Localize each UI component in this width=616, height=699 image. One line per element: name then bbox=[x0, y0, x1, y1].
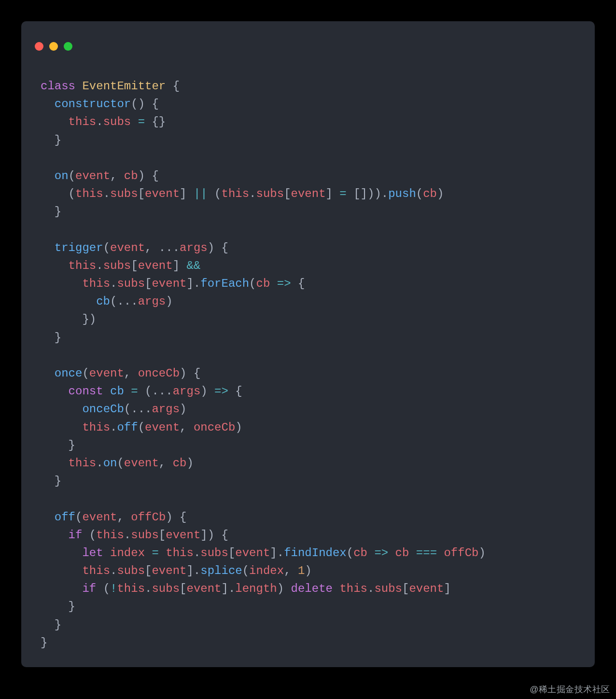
code-token bbox=[367, 546, 374, 559]
code-token: this bbox=[166, 546, 194, 559]
code-token: const bbox=[69, 385, 103, 398]
code-token bbox=[41, 457, 69, 470]
code-token: event bbox=[409, 582, 444, 595]
code-token: ) bbox=[200, 385, 214, 398]
code-token: subs bbox=[131, 529, 159, 542]
code-token: cb bbox=[423, 187, 437, 200]
code-token: this bbox=[117, 582, 145, 595]
code-token: off bbox=[117, 421, 138, 434]
code-token bbox=[41, 582, 82, 595]
code-token: ] bbox=[326, 187, 340, 200]
code-token: ] bbox=[180, 187, 194, 200]
code-token bbox=[41, 511, 55, 524]
code-token: [ bbox=[402, 582, 409, 595]
code-token: ( bbox=[69, 169, 75, 182]
code-token: } bbox=[41, 439, 75, 452]
code-token: . bbox=[110, 277, 117, 290]
code-token: => bbox=[214, 385, 228, 398]
code-token: [ bbox=[284, 187, 291, 200]
code-token: args bbox=[173, 385, 201, 398]
code-token: this bbox=[69, 115, 97, 128]
code-token: on bbox=[103, 457, 117, 470]
code-token bbox=[159, 546, 166, 559]
code-token: once bbox=[55, 367, 83, 380]
code-token: event bbox=[166, 529, 200, 542]
code-token: subs bbox=[374, 582, 402, 595]
code-token: [ bbox=[138, 187, 145, 200]
code-token: . bbox=[249, 187, 256, 200]
code-token: } bbox=[41, 618, 61, 631]
code-token: this bbox=[222, 187, 250, 200]
code-token: off bbox=[55, 511, 75, 524]
code-token: subs bbox=[103, 259, 131, 272]
code-token bbox=[103, 385, 110, 398]
code-token: [])). bbox=[347, 187, 388, 200]
code-token: , bbox=[117, 511, 131, 524]
code-token: cb bbox=[173, 457, 187, 470]
code-token: 1 bbox=[298, 564, 305, 577]
code-token: offCb bbox=[131, 511, 166, 524]
code-token: . bbox=[96, 457, 103, 470]
code-token bbox=[103, 546, 110, 559]
code-token: . bbox=[110, 421, 117, 434]
code-token: . bbox=[96, 259, 103, 272]
code-token bbox=[388, 546, 395, 559]
code-token: subs bbox=[103, 115, 131, 128]
code-token: [ bbox=[159, 529, 166, 542]
code-token: index bbox=[249, 564, 284, 577]
code-token: subs bbox=[256, 187, 284, 200]
close-icon[interactable] bbox=[35, 42, 43, 51]
code-token: . bbox=[367, 582, 374, 595]
code-token: ) bbox=[437, 187, 444, 200]
code-token: , bbox=[180, 421, 194, 434]
code-token: event bbox=[82, 511, 117, 524]
code-token: [ bbox=[131, 259, 138, 272]
code-token: = bbox=[131, 385, 138, 398]
code-token: offCb bbox=[444, 546, 478, 559]
code-token: } bbox=[41, 134, 61, 147]
code-token: findIndex bbox=[284, 546, 347, 559]
code-token: cb bbox=[256, 277, 270, 290]
code-token bbox=[333, 582, 339, 595]
code-token: ( bbox=[347, 546, 353, 559]
code-token: this bbox=[339, 582, 367, 595]
code-token: if bbox=[69, 529, 83, 542]
code-token: this bbox=[75, 187, 103, 200]
code-token bbox=[41, 421, 82, 434]
code-token: . bbox=[96, 115, 103, 128]
code-token: . bbox=[103, 187, 110, 200]
code-token: event bbox=[186, 582, 221, 595]
code-token: this bbox=[69, 259, 97, 272]
code-token: (... bbox=[138, 385, 173, 398]
code-token: , bbox=[284, 564, 298, 577]
code-token: = bbox=[339, 187, 346, 200]
code-token: ) { bbox=[138, 169, 159, 182]
code-token: let bbox=[82, 546, 103, 559]
code-token bbox=[409, 546, 416, 559]
code-token: event bbox=[89, 367, 124, 380]
code-token: ( bbox=[249, 277, 256, 290]
code-token: , bbox=[124, 367, 138, 380]
code-token: cb bbox=[110, 385, 124, 398]
code-token: ( bbox=[82, 367, 89, 380]
code-token: cb bbox=[353, 546, 367, 559]
window-titlebar bbox=[21, 21, 595, 60]
code-token: ] bbox=[444, 582, 450, 595]
minimize-icon[interactable] bbox=[49, 42, 58, 51]
code-token: if bbox=[82, 582, 96, 595]
code-token: subs bbox=[117, 564, 145, 577]
code-token: ( bbox=[41, 187, 75, 200]
code-token: forEach bbox=[200, 277, 249, 290]
code-token bbox=[41, 367, 55, 380]
code-token bbox=[41, 385, 69, 398]
code-token bbox=[131, 115, 138, 128]
code-token: subs bbox=[110, 187, 138, 200]
code-token: [ bbox=[228, 546, 235, 559]
code-token: ( bbox=[96, 582, 110, 595]
code-token: ) bbox=[478, 546, 485, 559]
code-token bbox=[41, 241, 55, 254]
zoom-icon[interactable] bbox=[64, 42, 72, 51]
code-token: [ bbox=[180, 582, 186, 595]
code-token: this bbox=[82, 421, 110, 434]
code-token: ]. bbox=[186, 564, 200, 577]
